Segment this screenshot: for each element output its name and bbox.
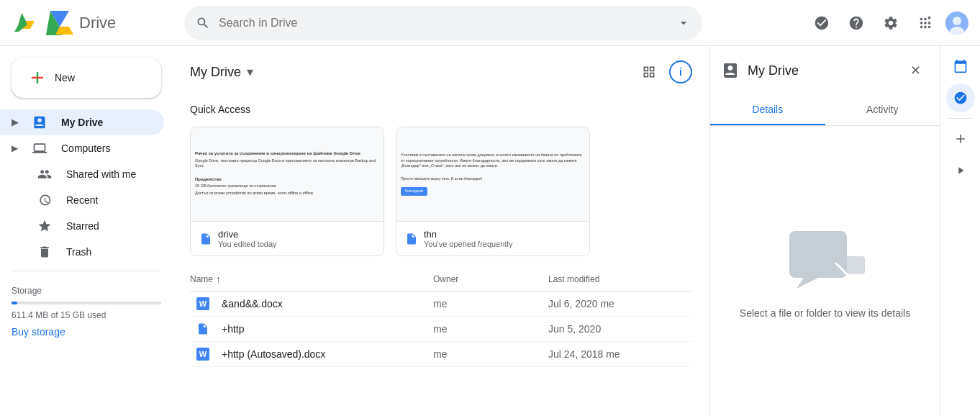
user-avatar[interactable]: [945, 12, 968, 35]
recent-icon: [37, 193, 55, 207]
file-modified-3: Jul 24, 2018 me: [548, 348, 692, 360]
add-sidebar-btn[interactable]: [946, 125, 975, 153]
panel-drive-icon: [722, 62, 739, 79]
panel-title: My Drive: [748, 63, 894, 78]
word-doc-icon: W: [196, 297, 209, 310]
settings-button[interactable]: [876, 9, 905, 37]
table-row[interactable]: W &and&&.docx me Jul 6, 2020 me: [190, 291, 692, 317]
google-doc-icon-2: [405, 232, 418, 245]
card-subtext-drive: You edited today: [218, 240, 277, 248]
google-doc-icon: [199, 232, 212, 245]
sort-arrow-icon: ↑: [216, 273, 221, 285]
sidebar-item-shared[interactable]: Shared with me: [0, 161, 164, 187]
card-info-thn: thn You've opened frequently: [396, 221, 589, 256]
logo-area: Drive: [12, 9, 184, 37]
col-header-modified: Last modified: [548, 274, 692, 284]
search-bar: [184, 6, 702, 40]
storage-bar-fill: [12, 302, 17, 304]
card-name-thn: thn: [424, 229, 512, 240]
shared-label: Shared with me: [66, 168, 136, 180]
search-input[interactable]: [219, 17, 676, 30]
card-preview-drive: Рачко за услугата за съхранение и синхро…: [191, 127, 384, 221]
right-panel: My Drive ✕ Details Activity: [709, 46, 940, 416]
main-content: My Drive ▾ i Quick Access: [173, 46, 709, 416]
quick-access-cards: Рачко за услугата за съхранение и синхро…: [190, 127, 692, 256]
help-button[interactable]: [842, 9, 871, 37]
drive-logo-icon: [12, 9, 40, 37]
quick-access-section: Quick Access Рачко за услугата за съхран…: [173, 92, 709, 268]
content-header: My Drive ▾ i: [173, 46, 709, 92]
sidebar: New ▶ My Drive ▶ Computers Shared with m…: [0, 46, 173, 416]
table-row[interactable]: W +http (Autosaved).docx me Jul 24, 2018…: [190, 342, 692, 367]
storage-section: Storage 611.4 MB of 15 GB used Buy stora…: [0, 277, 173, 346]
panel-illustration: [782, 224, 868, 296]
recent-label: Recent: [66, 194, 98, 206]
table-row[interactable]: +http me Jun 5, 2020: [190, 317, 692, 342]
sidebar-item-starred[interactable]: Starred: [0, 213, 164, 239]
svg-marker-22: [797, 278, 818, 289]
content-area: My Drive ▾ i Quick Access: [173, 46, 980, 416]
expand-arrow-icon: ▶: [12, 143, 18, 153]
content-header-right: i: [635, 58, 692, 86]
panel-empty-text: Select a file or folder to view its deta…: [740, 307, 910, 319]
quick-access-title: Quick Access: [190, 104, 692, 115]
drive-logo-svg: [46, 11, 73, 35]
expand-arrow-icon: ▶: [12, 117, 18, 127]
computers-icon: [32, 141, 50, 155]
storage-used-text: 611.4 MB of 15 GB used: [12, 310, 161, 320]
trash-icon: [37, 245, 55, 259]
tab-details[interactable]: Details: [710, 95, 825, 125]
drive-title-text: My Drive: [190, 65, 241, 80]
sidebar-divider: [12, 271, 161, 271]
panel-tabs: Details Activity: [710, 95, 940, 126]
quick-access-card-drive[interactable]: Рачко за услугата за съхранение и синхро…: [190, 127, 384, 256]
file-name-3: +http (Autosaved).docx: [216, 348, 433, 360]
file-table-header: Name ↑ Owner Last modified: [190, 268, 692, 291]
search-icon: [196, 16, 210, 30]
expand-sidebar-btn[interactable]: [946, 156, 975, 185]
card-subtext-thn: You've opened frequently: [424, 240, 512, 248]
google-drive-logo: [46, 11, 73, 35]
my-drive-label: My Drive: [61, 117, 103, 128]
svg-rect-23: [843, 256, 865, 274]
new-button[interactable]: New: [12, 58, 161, 98]
file-table-section: Name ↑ Owner Last modified W &and&&.d: [173, 268, 709, 367]
calendar-sidebar-btn[interactable]: [946, 52, 975, 81]
computers-label: Computers: [61, 143, 110, 154]
card-preview-thn: Участвам в съставянето на папата голям д…: [396, 127, 589, 221]
svg-point-16: [953, 17, 961, 25]
sidebar-item-my-drive[interactable]: ▶ My Drive: [0, 109, 164, 135]
starred-label: Starred: [66, 220, 99, 232]
storage-bar-background: [12, 302, 161, 304]
quick-access-card-thn[interactable]: Участвам в съставянето на папата голям д…: [396, 127, 590, 256]
col-header-name[interactable]: Name ↑: [190, 273, 433, 285]
tasks-sidebar-btn[interactable]: [946, 83, 975, 112]
file-modified-1: Jul 6, 2020 me: [548, 298, 692, 309]
apps-button[interactable]: [911, 9, 940, 37]
shared-icon: [37, 167, 55, 181]
sidebar-item-trash[interactable]: Trash: [0, 239, 164, 265]
logo-text: Drive: [79, 14, 116, 32]
grid-view-button[interactable]: [635, 58, 663, 86]
tab-activity[interactable]: Activity: [825, 95, 940, 125]
starred-icon: [37, 219, 55, 233]
sidebar-item-recent[interactable]: Recent: [0, 187, 164, 213]
drive-title: My Drive ▾: [190, 64, 253, 80]
new-plus-icon: [29, 69, 46, 86]
word-icon-2: W: [190, 348, 216, 361]
trash-label: Trash: [66, 246, 91, 258]
file-owner-1: me: [433, 298, 548, 309]
file-name-1: &and&&.docx: [216, 298, 433, 309]
sidebar-item-computers[interactable]: ▶ Computers: [0, 135, 164, 161]
search-chevron-icon[interactable]: [676, 16, 691, 30]
sidebar-divider: [949, 118, 972, 119]
main-layout: New ▶ My Drive ▶ Computers Shared with m…: [0, 46, 980, 416]
right-sidebar: [940, 46, 980, 416]
tasks-button[interactable]: [807, 9, 836, 37]
buy-storage-link[interactable]: Buy storage: [12, 326, 65, 338]
panel-close-button[interactable]: ✕: [902, 58, 928, 83]
info-button[interactable]: i: [669, 60, 692, 83]
drive-title-chevron-icon[interactable]: ▾: [247, 64, 253, 80]
new-button-label: New: [55, 72, 75, 83]
file-name-2: +http: [216, 323, 433, 335]
